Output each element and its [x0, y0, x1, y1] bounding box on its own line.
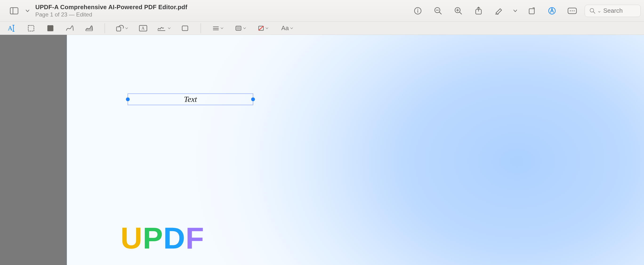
form-icon[interactable] — [564, 4, 580, 18]
logo-letter-f: F — [186, 221, 204, 255]
text-annotation-box[interactable]: Text — [128, 94, 253, 105]
svg-rect-15 — [529, 9, 534, 14]
svg-rect-27 — [28, 26, 34, 31]
font-style-tool[interactable]: Aa — [279, 22, 296, 34]
document-title-block: UPDF-A Comprehensive AI-Powered PDF Edit… — [35, 4, 187, 18]
info-icon[interactable] — [410, 4, 426, 18]
svg-rect-28 — [48, 26, 53, 31]
search-input[interactable] — [603, 7, 636, 14]
zoom-out-button[interactable] — [430, 4, 446, 18]
shapes-tool[interactable] — [115, 22, 130, 34]
logo-letter-p: P — [143, 221, 163, 255]
workspace-left-gutter — [0, 35, 67, 265]
svg-line-9 — [460, 12, 462, 14]
line-style-tool[interactable] — [211, 22, 226, 34]
svg-rect-0 — [10, 8, 18, 14]
select-tool[interactable] — [26, 22, 37, 34]
markup-icon[interactable] — [544, 4, 560, 18]
resize-handle-right[interactable] — [251, 98, 255, 101]
svg-point-18 — [570, 10, 571, 11]
fill-sketch-tool[interactable] — [83, 22, 94, 34]
svg-rect-34 — [182, 26, 188, 30]
logo-letter-u: U — [120, 221, 143, 255]
textbox-tool[interactable]: A — [138, 22, 149, 34]
svg-line-41 — [259, 26, 264, 30]
updf-logo: UPDF — [120, 223, 204, 253]
highlight-icon[interactable] — [491, 4, 506, 18]
svg-rect-30 — [116, 27, 121, 31]
svg-line-6 — [440, 12, 441, 14]
share-icon[interactable] — [471, 4, 486, 18]
zoom-in-button[interactable] — [450, 4, 466, 18]
tools-bar: A A Aa — [0, 22, 644, 35]
svg-line-22 — [594, 12, 595, 13]
view-menu-dropdown[interactable] — [24, 4, 32, 18]
pdf-page[interactable]: Text UPDF A Comprehensive AI-Powered PDF… — [67, 35, 644, 265]
sidebar-toggle-button[interactable] — [7, 4, 21, 18]
svg-text:A: A — [142, 26, 144, 30]
search-chevron-icon: ⌄ — [597, 8, 602, 14]
highlight-menu-dropdown[interactable] — [511, 4, 519, 18]
sketch-tool[interactable] — [64, 22, 75, 34]
title-bar-right: ⌄ — [410, 4, 641, 18]
svg-point-4 — [417, 9, 418, 10]
svg-point-20 — [574, 10, 574, 11]
svg-text:A: A — [8, 24, 13, 32]
border-color-tool[interactable] — [234, 22, 248, 34]
rotate-icon[interactable] — [524, 4, 540, 18]
text-tool[interactable]: A — [6, 22, 18, 34]
redact-tool[interactable] — [45, 22, 56, 34]
workspace: Text UPDF A Comprehensive AI-Powered PDF… — [0, 35, 644, 265]
search-field[interactable]: ⌄ — [585, 5, 641, 17]
svg-point-19 — [572, 10, 573, 11]
document-subtitle: Page 1 of 23 — Edited — [35, 11, 187, 18]
crop-tool[interactable] — [179, 22, 191, 34]
toolbar-divider — [200, 23, 201, 34]
title-bar: UPDF-A Comprehensive AI-Powered PDF Edit… — [0, 0, 644, 22]
text-annotation-value[interactable]: Text — [184, 95, 197, 104]
toolbar-divider — [104, 23, 105, 34]
title-bar-left: UPDF-A Comprehensive AI-Powered PDF Edit… — [7, 4, 187, 18]
svg-rect-39 — [236, 27, 240, 30]
font-label: Aa — [281, 24, 289, 32]
fill-color-tool[interactable] — [256, 22, 271, 34]
logo-letter-d: D — [163, 221, 186, 255]
signature-tool[interactable] — [157, 22, 171, 34]
resize-handle-left[interactable] — [126, 98, 130, 101]
svg-point-21 — [590, 8, 594, 12]
document-title: UPDF-A Comprehensive AI-Powered PDF Edit… — [35, 4, 187, 11]
